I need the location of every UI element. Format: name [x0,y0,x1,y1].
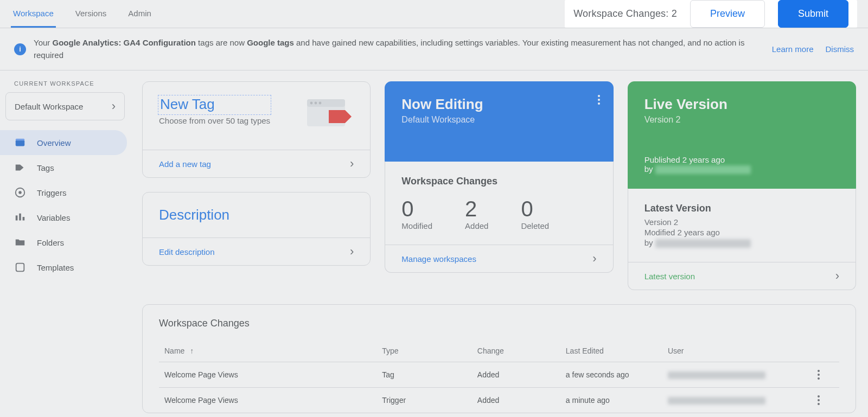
now-editing-title: Now Editing [401,96,596,113]
main: CURRENT WORKSPACE Default Workspace Over… [0,70,868,414]
row-change: Added [472,362,560,388]
latest-version-by: by [644,238,839,248]
row-edited: a few seconds ago [560,362,662,388]
sidebar-item-overview[interactable]: Overview [0,130,127,155]
row-menu-button[interactable] [818,370,834,380]
learn-more-link[interactable]: Learn more [772,44,814,54]
workspace-changes-table-title: Workspace Changes [159,318,839,329]
now-editing-subtitle: Default Workspace [401,115,596,125]
svg-rect-7 [16,264,24,272]
row-user [662,388,812,413]
card-foot-label: Add a new tag [159,159,211,169]
sidebar: CURRENT WORKSPACE Default Workspace Over… [0,70,130,414]
workspace-changes-table-card: Workspace Changes Name ↑ Type Change Las… [142,304,856,413]
sidebar-item-label: Templates [37,263,74,272]
manage-workspaces-link[interactable]: Manage workspaces [385,245,612,272]
vertical-dots-icon [818,370,820,380]
chevron-right-icon [835,270,839,282]
workspace-changes-title: Workspace Changes [401,176,596,187]
metric-label: Modified [401,221,432,230]
col-type[interactable]: Type [376,340,472,362]
sidebar-item-label: Folders [37,238,64,247]
svg-point-10 [310,102,313,105]
sidebar-item-label: Variables [37,213,70,222]
table-row[interactable]: Welcome Page Views Trigger Added a minut… [159,388,839,413]
sidebar-item-label: Overview [37,138,71,147]
row-type: Trigger [376,388,472,413]
templates-icon [14,261,26,273]
col-change[interactable]: Change [472,340,560,362]
svg-rect-5 [19,214,21,221]
chevron-right-icon [350,158,354,170]
workspace-selector-value: Default Workspace [15,102,83,111]
topbar-actions: Workspace Changes: 2 Preview Submit [565,0,857,28]
row-menu-button[interactable] [818,395,834,405]
svg-rect-6 [23,217,25,220]
live-version-card: Live Version Version 2 Published 2 years… [628,81,856,189]
metric-value: 2 [465,197,488,221]
row-user [662,362,812,388]
edit-description-link[interactable]: Edit description [143,238,370,265]
latest-version-card: Latest Version Version 2 Modified 2 year… [628,189,856,290]
live-version-published: Published 2 years ago [644,155,839,164]
preview-button[interactable]: Preview [690,0,765,28]
latest-version-link[interactable]: Latest version [628,262,856,290]
row-name[interactable]: Welcome Page Views [159,388,376,413]
latest-version-number: Version 2 [644,217,839,227]
sidebar-item-triggers[interactable]: Triggers [0,180,127,205]
current-workspace-heading: CURRENT WORKSPACE [0,80,130,92]
tab-workspace[interactable]: Workspace [11,0,56,28]
col-name[interactable]: Name ↑ [159,340,376,362]
chevron-right-icon [350,246,354,258]
new-tag-card: New Tag Choose from over 50 tag types [142,81,371,178]
card-foot-label: Latest version [644,272,695,281]
info-banner: i Your Google Analytics: GA4 Configurati… [0,28,868,70]
redacted-user [655,239,751,248]
metric-added: 2 Added [465,197,488,230]
metric-deleted: 0 Deleted [521,197,549,230]
col-edited[interactable]: Last Edited [560,340,662,362]
add-new-tag-link[interactable]: Add a new tag [143,150,370,177]
tab-versions[interactable]: Versions [73,0,109,28]
description-card: Description Edit description [142,192,371,266]
sidebar-item-templates[interactable]: Templates [0,255,127,280]
svg-point-12 [319,102,322,105]
latest-version-title: Latest Version [644,203,839,214]
col-user[interactable]: User [662,340,812,362]
row-name[interactable]: Welcome Page Views [159,362,376,388]
new-tag-title: New Tag [159,96,270,114]
banner-message: Your Google Analytics: GA4 Configuration… [34,37,764,61]
dismiss-link[interactable]: Dismiss [826,44,854,54]
description-title: Description [159,207,354,223]
sidebar-item-tags[interactable]: Tags [0,155,127,180]
overview-icon [14,137,26,149]
tag-illustration-icon [304,96,354,136]
tab-admin[interactable]: Admin [126,0,154,28]
latest-version-modified: Modified 2 years ago [644,228,839,237]
row-type: Tag [376,362,472,388]
sidebar-item-label: Triggers [37,188,66,197]
svg-rect-1 [16,139,25,141]
metric-label: Deleted [521,221,549,230]
submit-button[interactable]: Submit [778,0,848,28]
sidebar-item-label: Tags [37,163,54,172]
workspace-selector[interactable]: Default Workspace [5,92,125,120]
top-tabs: Workspace Versions Admin [11,0,154,28]
chevron-right-icon [112,100,116,112]
sidebar-item-variables[interactable]: Variables [0,205,127,230]
metric-value: 0 [401,197,432,221]
workspace-changes-table: Name ↑ Type Change Last Edited User Welc… [159,340,839,413]
row-edited: a minute ago [560,388,662,413]
svg-rect-4 [16,215,18,220]
svg-rect-9 [307,99,345,107]
vertical-dots-icon [598,95,600,105]
variables-icon [14,211,26,223]
table-header-row: Name ↑ Type Change Last Edited User [159,340,839,362]
now-editing-card: Now Editing Default Workspace [385,81,613,162]
redacted-user [655,165,751,174]
now-editing-menu-button[interactable] [598,95,600,105]
sidebar-nav: Overview Tags Triggers Variables [0,130,130,280]
sidebar-item-folders[interactable]: Folders [0,230,127,255]
table-row[interactable]: Welcome Page Views Tag Added a few secon… [159,362,839,388]
card-foot-label: Manage workspaces [401,254,476,264]
